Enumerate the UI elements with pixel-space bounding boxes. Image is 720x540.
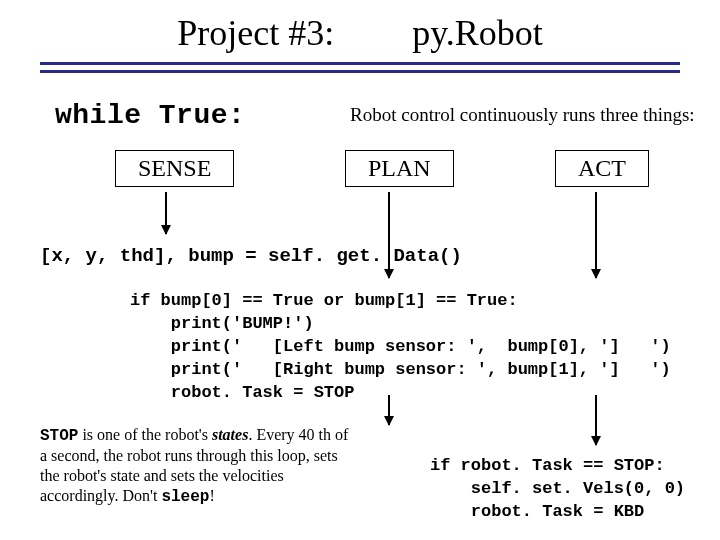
title-underline-top — [40, 62, 680, 65]
box-plan: PLAN — [345, 150, 454, 187]
stop-note: STOP is one of the robot's states. Every… — [40, 425, 350, 507]
title-left: Project #3: — [177, 12, 334, 54]
box-act: ACT — [555, 150, 649, 187]
arrow-sense — [165, 192, 167, 234]
slide-title: Project #3: py.Robot — [0, 12, 720, 54]
title-underline-bottom — [40, 70, 680, 73]
stop-note-part1: is one of the robot's — [78, 426, 212, 443]
act-code-block: if robot. Task == STOP: self. set. Vels(… — [430, 455, 685, 524]
plan-code-block: if bump[0] == True or bump[1] == True: p… — [130, 290, 671, 405]
stop-word: STOP — [40, 427, 78, 445]
stop-note-excl: ! — [209, 487, 214, 504]
states-word: states — [212, 426, 248, 443]
subtitle-note: Robot control continuously runs three th… — [350, 104, 695, 126]
arrow-act-top — [595, 192, 597, 278]
sleep-word: sleep — [161, 488, 209, 506]
title-right: py.Robot — [412, 12, 543, 54]
sense-code-line: [x, y, thd], bump = self. get. Data() — [40, 245, 462, 267]
slide: Project #3: py.Robot while True: Robot c… — [0, 0, 720, 540]
while-true-label: while True: — [55, 100, 245, 131]
box-sense: SENSE — [115, 150, 234, 187]
